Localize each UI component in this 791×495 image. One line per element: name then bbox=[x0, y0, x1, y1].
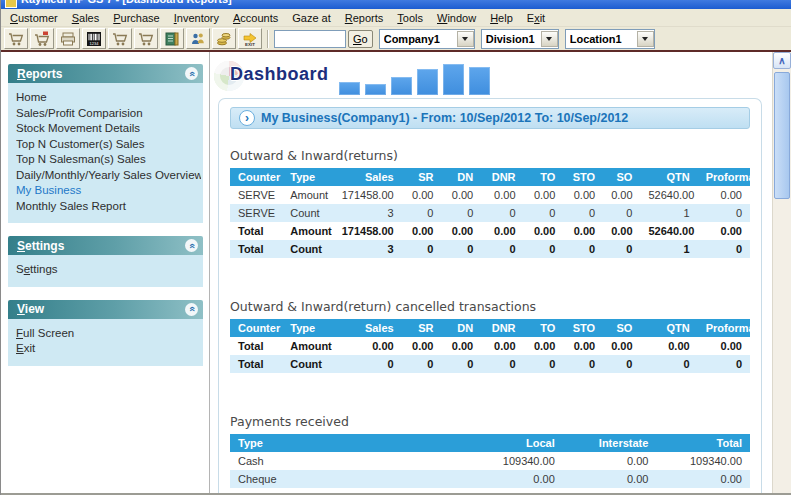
cell: 109340.00 bbox=[656, 452, 750, 470]
go-button[interactable]: Go bbox=[348, 30, 373, 48]
collapse-chevron-icon[interactable]: « bbox=[185, 303, 198, 316]
toolbar-button-cash-coins[interactable] bbox=[212, 28, 236, 49]
collapse-chevron-icon[interactable]: « bbox=[185, 67, 198, 80]
data-table: TypeLocalInterstateTotalCash109340.000.0… bbox=[230, 434, 750, 495]
column-header: TO bbox=[524, 319, 564, 337]
column-header: DNR bbox=[481, 168, 523, 186]
column-header: Sales bbox=[332, 168, 402, 186]
cell: 3 bbox=[332, 204, 402, 222]
window-title: RayMedi HP GS 7 - [Dashboard Reports] bbox=[21, 0, 232, 5]
cell: 0.00 bbox=[481, 186, 523, 204]
cell: 0.00 bbox=[603, 337, 640, 355]
scrollbar-thumb[interactable] bbox=[774, 72, 790, 199]
toolbar-button-exit[interactable]: EXIT bbox=[238, 28, 262, 49]
cell: 0 bbox=[441, 240, 481, 258]
cell: 0.00 bbox=[698, 337, 750, 355]
cell: 0 bbox=[563, 355, 603, 373]
cell: 0 bbox=[481, 240, 523, 258]
sidebar-item-settings[interactable]: Settings bbox=[16, 262, 201, 278]
delivery-cart-icon bbox=[112, 31, 128, 47]
cell: 0.00 bbox=[698, 186, 750, 204]
sidebar-item-home[interactable]: Home bbox=[16, 90, 201, 106]
cell: 0 bbox=[603, 240, 640, 258]
sidebar-item-monthly-sales-report[interactable]: Monthly Sales Report bbox=[16, 199, 201, 215]
table-row: TotalAmount171458.000.000.000.000.000.00… bbox=[230, 222, 750, 240]
vertical-scrollbar[interactable]: ∧ bbox=[772, 52, 791, 495]
division-select[interactable]: Division1 bbox=[481, 29, 559, 49]
cell: 0.00 bbox=[481, 222, 523, 240]
column-header: Counter bbox=[230, 319, 282, 337]
cell: 0 bbox=[524, 204, 564, 222]
cell: 0.00 bbox=[640, 337, 697, 355]
menu-item-inventory[interactable]: Inventory bbox=[167, 11, 226, 25]
column-header: QTN bbox=[640, 168, 697, 186]
toolbar-separator bbox=[267, 30, 269, 48]
toolbar-button-returns-cart[interactable] bbox=[134, 28, 158, 49]
sidebar-section-header-view[interactable]: View« bbox=[8, 300, 203, 319]
app-window: RayMedi HP GS 7 - [Dashboard Reports] Cu… bbox=[0, 0, 791, 495]
logo-bar bbox=[417, 69, 438, 95]
logo-bar bbox=[365, 84, 386, 95]
column-header: Type bbox=[282, 168, 332, 186]
report-sections: Outward & Inward(returns)CounterTypeSale… bbox=[230, 148, 750, 495]
cell: 0 bbox=[481, 204, 523, 222]
menu-item-gaze-at[interactable]: Gaze at bbox=[285, 11, 338, 25]
business-header-bar[interactable]: › My Business(Company1) - From: 10/Sep/2… bbox=[230, 107, 750, 129]
cell: Total bbox=[230, 337, 282, 355]
app-icon bbox=[5, 0, 17, 8]
menu-item-help[interactable]: Help bbox=[483, 11, 520, 25]
sidebar-item-sales-profit-comparision[interactable]: Sales/Profit Comparision bbox=[16, 106, 201, 122]
table-row: Cheque0.000.000.00 bbox=[230, 470, 750, 488]
dropdown-arrow-icon[interactable] bbox=[637, 31, 654, 47]
cell: Count bbox=[282, 240, 332, 258]
toolbar-button-purchase-cart[interactable] bbox=[30, 28, 54, 49]
sidebar-item-my-business[interactable]: My Business bbox=[16, 183, 201, 199]
company-select[interactable]: Company1 bbox=[379, 29, 475, 49]
toolbar-button-delivery-cart[interactable] bbox=[108, 28, 132, 49]
menu-item-customer[interactable]: Customer bbox=[3, 11, 65, 25]
toolbar-button-customers[interactable] bbox=[186, 28, 210, 49]
toolbar-button-barcode[interactable]: 1234 bbox=[82, 28, 106, 49]
menu-item-window[interactable]: Window bbox=[430, 11, 483, 25]
toolbar-button-accounts-book[interactable] bbox=[160, 28, 184, 49]
cell: 0.00 bbox=[332, 337, 402, 355]
data-table: CounterTypeSalesSRDNDNRTOSTOSOQTNProform… bbox=[230, 319, 750, 373]
cell: 52640.00 bbox=[640, 186, 697, 204]
scroll-up-button[interactable]: ∧ bbox=[773, 52, 791, 69]
menu-item-exit[interactable]: Exit bbox=[520, 11, 552, 25]
menu-item-tools[interactable]: Tools bbox=[390, 11, 430, 25]
menu-item-purchase[interactable]: Purchase bbox=[106, 11, 166, 25]
cell: 0 bbox=[524, 355, 564, 373]
sidebar-item-daily-monthly-yearly-sales-overview[interactable]: Daily/Monthly/Yearly Sales Overview bbox=[16, 168, 201, 184]
cell: 0 bbox=[441, 204, 481, 222]
cell: 0 bbox=[698, 355, 750, 373]
sidebar-section-header-reports[interactable]: Reports« bbox=[8, 64, 203, 83]
dropdown-arrow-icon[interactable] bbox=[541, 31, 558, 47]
quick-search-input[interactable] bbox=[274, 30, 346, 48]
cell: 0.00 bbox=[563, 452, 657, 470]
column-header: STO bbox=[563, 168, 603, 186]
location-select[interactable]: Location1 bbox=[565, 29, 655, 49]
toolbar-button-print[interactable] bbox=[56, 28, 80, 49]
cell: 0.00 bbox=[402, 222, 442, 240]
table-header-row: CounterTypeSalesSRDNDNRTOSTOSOQTNProform… bbox=[230, 168, 750, 186]
table-header-row: TypeLocalInterstateTotal bbox=[230, 434, 750, 452]
sidebar-section-header-settings[interactable]: Settings« bbox=[8, 236, 203, 255]
toolbar-button-sales-cart[interactable] bbox=[4, 28, 28, 49]
cash-coins-icon bbox=[216, 31, 232, 47]
sidebar-item-top-n-customer-s-sales[interactable]: Top N Customer(s) Sales bbox=[16, 137, 201, 153]
cell: Total bbox=[230, 222, 282, 240]
collapse-chevron-icon[interactable]: « bbox=[185, 239, 198, 252]
menu-item-accounts[interactable]: Accounts bbox=[226, 11, 285, 25]
menu-item-reports[interactable]: Reports bbox=[338, 11, 391, 25]
sidebar-item-top-n-salesman-s-sales[interactable]: Top N Salesman(s) Sales bbox=[16, 152, 201, 168]
cell: 1 bbox=[640, 204, 697, 222]
cell: 0.00 bbox=[698, 222, 750, 240]
cell: SERVE bbox=[230, 186, 282, 204]
content-area: Reports«HomeSales/Profit ComparisionStoc… bbox=[1, 52, 791, 495]
sidebar-item-full-screen[interactable]: Full Screen bbox=[16, 326, 201, 342]
sidebar-item-exit[interactable]: Exit bbox=[16, 341, 201, 357]
menu-item-sales[interactable]: Sales bbox=[65, 11, 107, 25]
dropdown-arrow-icon[interactable] bbox=[457, 31, 474, 47]
sidebar-item-stock-movement-details[interactable]: Stock Movement Details bbox=[16, 121, 201, 137]
